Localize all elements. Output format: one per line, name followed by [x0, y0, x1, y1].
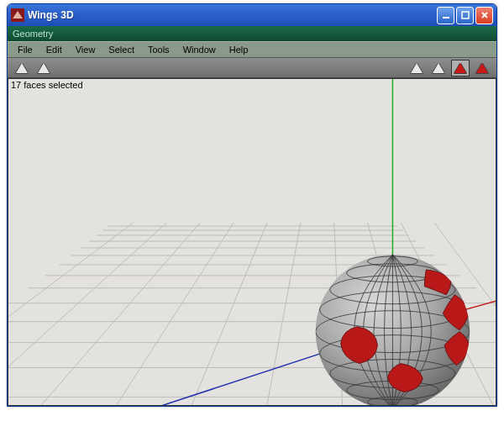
menu-file[interactable]: File — [11, 43, 39, 56]
app-icon — [11, 8, 24, 22]
triangle-icon — [454, 63, 466, 73]
triangle-icon — [476, 63, 488, 73]
triangle-icon — [16, 63, 28, 73]
panel-title: Geometry — [13, 29, 53, 39]
triangle-icon — [38, 63, 50, 73]
app-window: Wings 3D Geometry File Edit View Select … — [7, 3, 497, 407]
panel-title-bar: Geometry — [8, 26, 496, 41]
body-mode-button[interactable] — [473, 60, 491, 76]
menu-help[interactable]: Help — [223, 43, 255, 56]
triangle-icon — [433, 63, 444, 73]
maximize-button[interactable] — [456, 7, 474, 24]
menu-edit[interactable]: Edit — [39, 43, 69, 56]
tool-left-a[interactable] — [13, 60, 31, 76]
face-mode-button[interactable] — [451, 60, 470, 76]
menu-select[interactable]: Select — [102, 43, 141, 56]
close-button[interactable] — [475, 7, 493, 24]
tool-left-b[interactable] — [34, 60, 53, 76]
window-controls — [437, 7, 493, 24]
window-title: Wings 3D — [28, 9, 437, 21]
menu-tools[interactable]: Tools — [141, 43, 176, 56]
menu-view[interactable]: View — [69, 43, 102, 56]
viewport-border — [8, 78, 496, 406]
menu-bar: File Edit View Select Tools Window Help — [8, 41, 496, 58]
svg-rect-2 — [462, 12, 469, 18]
viewport-3d[interactable]: 17 faces selected — [8, 78, 496, 406]
svg-rect-1 — [443, 17, 449, 18]
titlebar[interactable]: Wings 3D — [8, 4, 496, 26]
minimize-button[interactable] — [437, 7, 454, 24]
menu-window[interactable]: Window — [176, 43, 223, 56]
selection-status: 17 faces selected — [11, 80, 83, 90]
edge-mode-button[interactable] — [429, 60, 448, 76]
vertex-mode-button[interactable] — [407, 60, 426, 76]
triangle-icon — [411, 63, 423, 73]
toolbar — [8, 58, 496, 78]
